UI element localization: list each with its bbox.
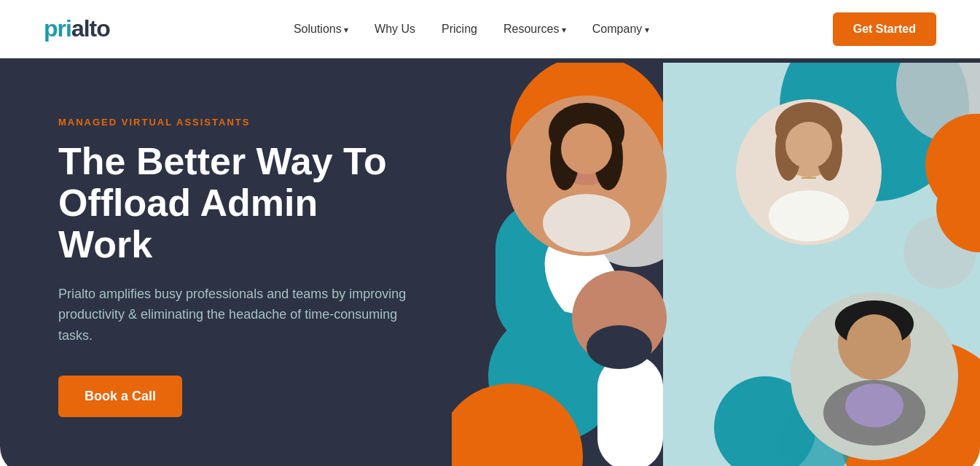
logo-alto: alto — [71, 15, 110, 42]
logo[interactable]: prialto — [44, 15, 110, 42]
nav-links: Solutions Why Us Pricing Resources Compa… — [294, 23, 649, 36]
nav-link-pricing[interactable]: Pricing — [442, 23, 477, 35]
svg-point-41 — [845, 384, 903, 427]
hero-visual — [452, 58, 980, 466]
nav-item-solutions[interactable]: Solutions — [294, 23, 348, 36]
nav-link-solutions[interactable]: Solutions — [294, 23, 348, 35]
hero-section: MANAGED VIRTUAL ASSISTANTS The Better Wa… — [0, 58, 980, 466]
hero-subtitle: Prialto amplifies busy professionals and… — [58, 284, 408, 346]
hero-content: MANAGED VIRTUAL ASSISTANTS The Better Wa… — [0, 58, 452, 466]
nav-link-why-us[interactable]: Why Us — [375, 23, 415, 35]
hero-title-line1: The Better Way To — [58, 140, 387, 182]
svg-point-35 — [785, 122, 832, 168]
svg-point-28 — [602, 277, 637, 312]
svg-point-42 — [847, 314, 902, 370]
nav-item-pricing[interactable]: Pricing — [442, 23, 477, 36]
navbar: prialto Solutions Why Us Pricing Resourc… — [0, 0, 980, 58]
svg-point-23 — [543, 194, 630, 252]
logo-pri: pri — [44, 15, 71, 42]
get-started-button[interactable]: Get Started — [833, 12, 936, 46]
svg-point-24 — [561, 123, 612, 174]
svg-rect-7 — [597, 354, 663, 466]
hero-eyebrow: MANAGED VIRTUAL ASSISTANTS — [58, 117, 408, 128]
book-call-button[interactable]: Book a Call — [58, 376, 182, 417]
nav-item-company[interactable]: Company — [592, 23, 649, 36]
nav-link-company[interactable]: Company — [592, 23, 649, 35]
nav-item-why-us[interactable]: Why Us — [375, 23, 415, 36]
hero-decorative-svg — [452, 63, 980, 466]
svg-point-27 — [587, 325, 652, 369]
hero-title-line2: Offload Admin Work — [58, 182, 318, 265]
nav-link-resources[interactable]: Resources — [503, 23, 566, 35]
hero-title: The Better Way To Offload Admin Work — [58, 141, 408, 266]
nav-item-resources[interactable]: Resources — [503, 23, 566, 36]
svg-point-34 — [769, 190, 849, 241]
